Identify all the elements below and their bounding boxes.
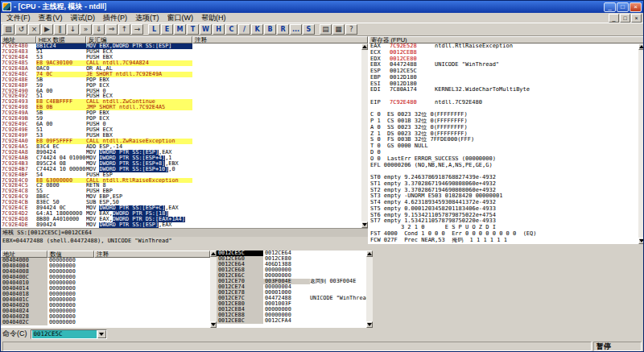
disasm-row[interactable]: 7C92E498EB 0BJMP SHORT ntdll.7C92E4A5 [1,105,361,110]
dump-row[interactable]: 0040400000000000 [1,258,210,263]
dump-row[interactable]: 0040400C00000000 [1,275,210,280]
disasm-row[interactable]: 7C92E4DE890424MOV DWORD PTR SS:[ESP],EAX [1,222,361,228]
close-process-button[interactable]: × [28,24,40,35]
stack-body[interactable]: 0012CE5C0012CE640012CE600012CE800012CE64… [217,251,366,328]
stack-row[interactable]: 0012CE8400000000 [217,307,366,313]
disasm-row[interactable]: 7C92E4B7C74424 10 00000000MOV DWORD PTR … [1,167,361,172]
close-button[interactable]: × [630,2,642,12]
child-minimize-button[interactable]: _ [609,14,619,23]
dump-row[interactable]: 0040402400000000 [1,309,210,314]
dump-row[interactable]: 0040402800000000 [1,314,210,320]
menu-item-5[interactable]: 窗口(W) [163,12,198,24]
toolbar-letter-H[interactable]: H [213,24,225,35]
register-row[interactable]: EBP0012D180 [369,75,638,81]
run-button[interactable]: ▶ [41,24,53,35]
disasm-row[interactable]: 7C92E4C855PUSH EBP [1,188,361,194]
chevron-down-icon[interactable] [97,330,106,338]
menu-item-3[interactable]: 插件(P) [99,12,131,24]
dump-body[interactable]: 0040400000000000004040040000000000404008… [1,258,210,328]
disasm-row[interactable]: 7C92E49A5BPOP EBX [1,110,361,116]
register-row[interactable]: ECX0012CEB8 [369,50,638,56]
disasm-row[interactable]: 7C92E4906A 00PUSH 0 [1,89,361,94]
toolbar-letter-T[interactable]: T [187,24,199,35]
stack-row[interactable]: 0012CE70003F004E返回到 003F004E [217,279,366,284]
stack-scrollbar[interactable] [366,251,373,328]
dump-row[interactable]: 0040402000000000 [1,303,210,309]
trace-over-button[interactable]: ⇒ [105,24,118,35]
child-close-button[interactable]: × [631,14,642,23]
open-button[interactable]: ▨ [2,24,14,35]
dump-row[interactable]: 0040400400000000 [1,263,210,269]
disasm-row[interactable]: 7C92E4D88B80 A4010000MOV EAX,DWORD PTR D… [1,217,361,222]
disasm-scrollbar[interactable] [361,43,368,228]
appearance-button[interactable]: ▤ [320,24,332,35]
dump-row[interactable]: 0040401800000000 [1,292,210,297]
restore-button[interactable]: □ [617,2,629,12]
disasm-row[interactable]: 7C92E493E8 C4EBFFFFCALL ntdll.ZwContinue [1,99,361,105]
dump-row[interactable]: 0040402C00000000 [1,320,210,325]
toolbar-letter-L[interactable]: L [148,24,160,35]
disasm-row[interactable]: 7C92E49251PUSH ECX [1,93,361,99]
scroll-down-icon[interactable] [361,222,368,228]
disasm-row[interactable]: 7C92E4BF54PUSH ESP [1,172,361,178]
scroll-down-icon[interactable] [638,238,644,244]
stack-row[interactable]: 0012CE64406D1388 [217,262,366,267]
options-button[interactable]: ▦ [332,24,345,35]
registers-body[interactable]: EAX7C92E528ntdll.RtlRaiseExceptionECX001… [369,43,638,244]
pause-button[interactable]: ‖ [54,24,66,35]
disasm-body[interactable]: 7C92E4808B1C24MOV EBX,DWORD PTR SS:[ESP]… [1,43,361,228]
disasm-row[interactable]: 7C92E49F53PUSH EBX [1,133,361,139]
disasm-row[interactable]: 7C92E4CB83EC 50SUB ESP,50 [1,200,361,205]
register-row[interactable]: EIP7C92E480ntdll.7C92E480 [369,100,638,106]
child-restore-button[interactable]: □ [620,14,630,23]
disasm-row[interactable]: 7C92E4808B1C24MOV EBX,DWORD PTR SS:[ESP] [1,43,361,49]
scroll-up-icon[interactable] [638,43,644,50]
dump-row[interactable]: 0040401400000000 [1,286,210,292]
scroll-up-icon[interactable] [366,251,373,257]
toolbar-letter-W[interactable]: W [200,24,212,35]
disasm-row[interactable]: 7C92E4A8890424MOV DWORD PTR SS:[ESP],EAX [1,150,361,155]
register-row[interactable]: EAX7C92E528ntdll.RtlRaiseException [369,43,638,50]
dump-row[interactable]: 0040400800000000 [1,269,210,275]
menu-item-1[interactable]: 查看(V) [35,12,67,24]
minimize-button[interactable]: _ [604,2,616,12]
scroll-up-icon[interactable] [361,43,368,50]
disasm-row[interactable]: 7C92E49B59POP ECX [1,116,361,122]
dump-scrollbar[interactable] [210,251,217,328]
toolbar-letter-E[interactable]: E [161,24,173,35]
toolbar-letter-B[interactable]: B [264,24,276,35]
menu-item-4[interactable]: 选项(T) [131,12,163,24]
disasm-row[interactable]: 7C92E4C0E8 63000000CALL ntdll.RtlRaiseEx… [1,178,361,184]
toolbar-letter-C[interactable]: C [225,24,237,35]
toolbar-letter-K[interactable]: K [251,24,263,35]
menu-item-2[interactable]: 调试(D) [67,12,100,24]
restart-button[interactable]: ↺ [15,24,27,35]
disasm-row[interactable]: 7C92E48A0AC0OR AL,AL [1,66,361,72]
help-button[interactable]: ? [345,24,357,35]
stack-row[interactable]: 0012CE7800001000 [217,290,366,296]
scroll-up-icon[interactable] [210,251,217,257]
disasm-row[interactable]: 7C92E4D264:A1 18000000MOV EAX,DWORD PTR … [1,211,361,217]
disasm-row[interactable]: 7C92E485E8 9AC30100CALL ntdll.7C94A824 [1,60,361,66]
stack-row[interactable]: 0012CE6800000000 [217,267,366,273]
registers-scrollbar[interactable] [638,43,644,244]
disasm-row[interactable]: 7C92E48E5BPOP EBX [1,77,361,83]
register-row[interactable]: EDX0012CE80 [369,56,638,63]
toolbar-letter-/[interactable]: / [238,24,250,35]
stack-row[interactable]: 0012CE8C0012CFA4 [217,318,366,324]
disasm-row[interactable]: 7C92E4A583C4 ECADD ESP,-14 [1,144,361,150]
step-over-button[interactable]: » [80,24,92,35]
dump-row[interactable]: 0040401C00000000 [1,297,210,303]
till-return-button[interactable]: ↑ [118,24,130,35]
stack-row[interactable]: 0012CE7400000004 [217,284,366,290]
scroll-down-icon[interactable] [210,321,217,328]
stack-row[interactable]: 0012CE600012CE80 [217,256,366,262]
stack-row[interactable]: 0012CE6C00000000 [217,273,366,279]
register-row[interactable]: ESP0012CE5C [369,68,638,75]
toolbar-letter-...[interactable]: ... [290,24,302,35]
menu-item-6[interactable]: 帮助(H) [197,12,230,24]
step-into-button[interactable]: ↓ [67,24,79,35]
disasm-row[interactable]: 7C92E49E51PUSH ECX [1,127,361,133]
command-combobox[interactable]: 0012CE5C [31,329,107,339]
register-row[interactable]: EBX04472488UNICODE "WinThread" [369,62,638,68]
